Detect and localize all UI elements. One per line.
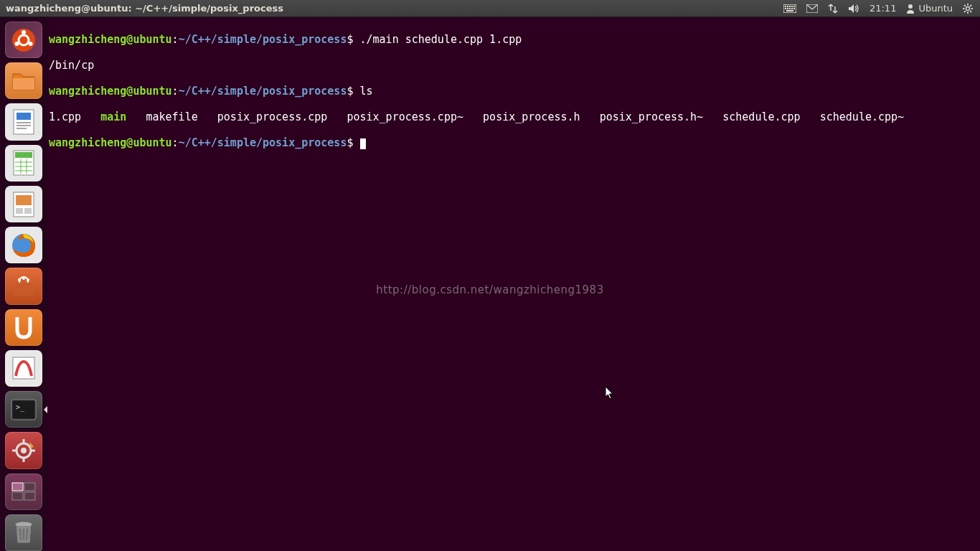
launcher-reader[interactable] [5, 350, 42, 387]
launcher: >_ [0, 17, 47, 551]
command-text: ./main schedule.cpp 1.cpp [360, 33, 522, 46]
launcher-dash[interactable] [5, 22, 42, 58]
svg-line-65 [27, 529, 27, 540]
svg-point-25 [22, 30, 26, 34]
svg-point-26 [15, 42, 19, 46]
trash-icon [13, 520, 34, 545]
launcher-software-center[interactable] [5, 268, 42, 304]
svg-rect-6 [785, 8, 786, 9]
svg-rect-42 [16, 208, 23, 214]
svg-text:>_: >_ [16, 403, 25, 412]
launcher-ubuntu-one[interactable] [5, 309, 42, 346]
terminal-output: /bin/cp [49, 59, 979, 72]
svg-rect-43 [24, 208, 32, 214]
workspace-icon [11, 481, 37, 501]
svg-rect-2 [787, 6, 788, 7]
svg-point-53 [21, 448, 27, 453]
launcher-settings[interactable] [5, 432, 42, 468]
firefox-icon [9, 231, 38, 260]
top-menu-bar: wangzhicheng@ubuntu: ~/C++/simple/posix_… [0, 0, 980, 17]
user-menu[interactable]: Ubuntu [906, 3, 953, 14]
reader-icon [10, 354, 37, 382]
svg-rect-10 [793, 8, 795, 9]
launcher-trash[interactable] [5, 514, 42, 551]
settings-icon [11, 438, 37, 463]
ubuntu-logo-icon [11, 27, 37, 53]
svg-rect-60 [12, 492, 23, 500]
mail-icon[interactable] [806, 4, 818, 13]
terminal-line: wangzhicheng@ubuntu:~/C++/simple/posix_p… [49, 136, 979, 149]
svg-rect-8 [789, 8, 791, 9]
bag-icon [11, 276, 37, 297]
watermark-text: http://blog.csdn.net/wangzhicheng1983 [376, 283, 603, 296]
svg-point-27 [29, 42, 33, 46]
launcher-terminal[interactable]: >_ [5, 391, 42, 428]
svg-point-13 [908, 4, 913, 9]
svg-rect-5 [793, 6, 795, 7]
ls-output: 1.cpp main makefile posix_process.cpp po… [49, 110, 979, 123]
volume-icon[interactable] [848, 4, 859, 14]
clock-time[interactable]: 21:11 [870, 3, 896, 14]
launcher-writer[interactable] [5, 103, 42, 140]
svg-rect-41 [16, 195, 32, 205]
svg-line-19 [964, 5, 966, 6]
window-title: wangzhicheng@ubuntu: ~/C++/simple/posix_… [3, 3, 283, 14]
terminal-icon: >_ [10, 398, 37, 421]
launcher-impress[interactable] [5, 186, 42, 222]
prompt-path: ~/C++/simple/posix_process [179, 33, 347, 46]
terminal-line: wangzhicheng@ubuntu:~/C++/simple/posix_p… [49, 85, 979, 98]
svg-rect-11 [786, 10, 793, 11]
launcher-firefox[interactable] [5, 227, 42, 263]
svg-line-22 [970, 5, 971, 6]
gear-icon[interactable] [963, 4, 973, 14]
launcher-calc[interactable] [5, 145, 42, 182]
svg-rect-59 [24, 483, 35, 491]
user-label: Ubuntu [918, 3, 953, 14]
launcher-files[interactable] [5, 62, 42, 99]
svg-rect-7 [787, 8, 788, 9]
svg-rect-4 [791, 6, 793, 7]
svg-point-47 [27, 278, 29, 281]
svg-line-63 [20, 529, 21, 540]
svg-point-46 [22, 277, 25, 280]
svg-rect-9 [791, 8, 793, 9]
u-one-icon [13, 314, 34, 340]
svg-line-21 [964, 11, 966, 12]
keyboard-icon[interactable] [783, 4, 796, 13]
command-text: ls [360, 85, 373, 98]
terminal-line: wangzhicheng@ubuntu:~/C++/simple/posix_p… [49, 33, 979, 46]
svg-rect-1 [785, 6, 786, 7]
document-icon [12, 108, 35, 136]
svg-rect-3 [789, 6, 791, 7]
presentation-icon [12, 191, 35, 218]
svg-rect-29 [17, 113, 31, 120]
svg-rect-58 [12, 483, 23, 491]
folder-icon [11, 71, 36, 91]
spreadsheet-icon [12, 149, 35, 176]
cursor-block [360, 138, 366, 149]
indicator-area: 21:11 Ubuntu [783, 3, 977, 14]
prompt-user: wangzhicheng@ubuntu [49, 33, 172, 46]
svg-point-14 [966, 6, 970, 10]
network-icon[interactable] [828, 4, 838, 14]
svg-point-45 [18, 278, 21, 281]
user-icon [906, 4, 915, 14]
svg-line-20 [970, 11, 971, 12]
launcher-workspace[interactable] [5, 474, 42, 510]
svg-rect-34 [15, 152, 32, 158]
svg-rect-61 [24, 492, 35, 500]
